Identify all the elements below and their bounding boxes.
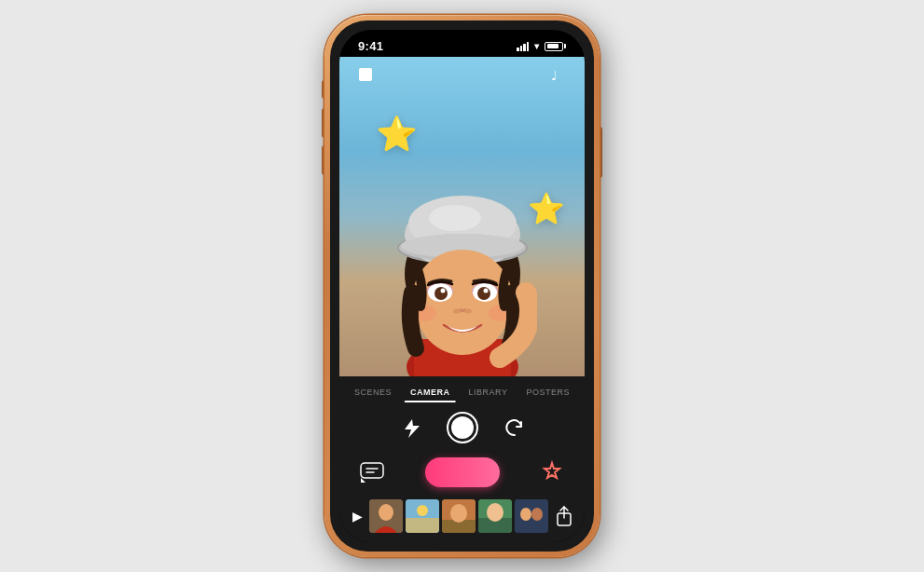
svg-point-19 xyxy=(434,287,448,300)
flip-camera-button[interactable] xyxy=(501,414,529,442)
tab-scenes[interactable]: SCENES xyxy=(345,384,401,401)
svg-rect-29 xyxy=(361,463,383,478)
svg-point-39 xyxy=(450,504,467,523)
scene: 9:41 ▾ xyxy=(0,0,924,572)
text-overlay-button[interactable] xyxy=(356,456,388,488)
clip-thumbnail-4[interactable] xyxy=(478,499,512,533)
play-button[interactable]: ▶ xyxy=(352,509,363,524)
star-emoji-1: ⭐ xyxy=(376,115,418,154)
controls-area: SCENES CAMERA LIBRARY POSTERS xyxy=(339,376,585,542)
svg-point-24 xyxy=(464,309,472,314)
svg-point-42 xyxy=(487,503,503,522)
flash-button[interactable] xyxy=(396,414,424,442)
tab-camera[interactable]: CAMERA xyxy=(401,384,460,401)
tab-posters[interactable]: POSTERS xyxy=(517,384,579,401)
screen: 9:41 ▾ xyxy=(339,30,585,542)
svg-point-10 xyxy=(429,205,481,231)
clip-thumbnail-5[interactable] xyxy=(515,499,548,533)
notch xyxy=(416,30,509,50)
action-row xyxy=(339,451,585,496)
svg-rect-0 xyxy=(359,68,372,81)
phone-inner-shell: 9:41 ▾ xyxy=(330,20,594,552)
svg-point-21 xyxy=(440,289,445,293)
status-time: 9:41 xyxy=(358,39,383,53)
effects-button[interactable] xyxy=(536,456,568,488)
svg-rect-35 xyxy=(406,518,439,533)
svg-point-23 xyxy=(453,309,461,314)
svg-text:♩: ♩ xyxy=(551,68,558,82)
tab-bar: SCENES CAMERA LIBRARY POSTERS xyxy=(339,376,585,404)
clip-thumbnail-3[interactable] xyxy=(442,499,476,533)
camera-controls-row xyxy=(339,404,585,451)
music-note-icon[interactable]: ♩ xyxy=(545,64,572,85)
record-button[interactable] xyxy=(425,457,500,487)
svg-point-33 xyxy=(379,504,393,521)
svg-point-36 xyxy=(417,505,428,516)
status-icons: ▾ xyxy=(517,41,566,51)
viewfinder-top-bar: ♩ xyxy=(339,57,585,92)
share-button[interactable] xyxy=(555,503,573,529)
signal-icon xyxy=(517,42,529,51)
svg-rect-43 xyxy=(515,499,548,533)
battery-icon xyxy=(545,42,566,51)
clip-thumbnail-2[interactable] xyxy=(406,499,439,533)
wifi-icon: ▾ xyxy=(534,41,539,51)
viewfinder[interactable]: ♩ ⭐ ⭐ xyxy=(339,57,585,376)
phone: 9:41 ▾ xyxy=(324,15,600,557)
svg-point-20 xyxy=(477,287,490,300)
clip-thumbnail-1[interactable] xyxy=(369,499,403,533)
memoji-character xyxy=(388,171,537,376)
svg-point-22 xyxy=(483,289,488,293)
stop-icon[interactable] xyxy=(352,64,379,85)
tab-library[interactable]: LIBRARY xyxy=(460,384,517,401)
svg-point-44 xyxy=(520,508,531,521)
clip-strip: ▶ xyxy=(339,496,585,542)
svg-point-45 xyxy=(531,508,543,521)
capture-button[interactable] xyxy=(447,412,478,443)
